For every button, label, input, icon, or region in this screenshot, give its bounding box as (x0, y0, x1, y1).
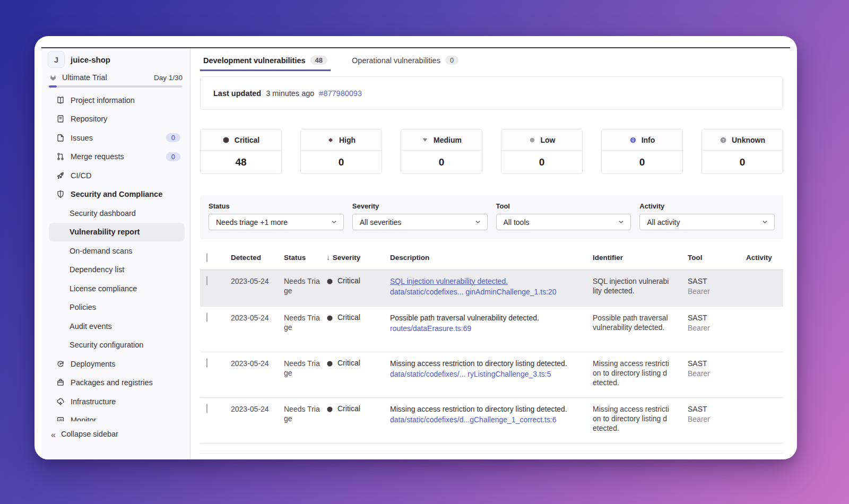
row-severity: Critical (320, 313, 384, 321)
severity-card-count: 48 (201, 151, 281, 173)
trial-day: Day 1/30 (154, 74, 183, 82)
sidebar-item-security-configuration[interactable]: Security configuration (49, 336, 185, 355)
severity-card-unknown: ? Unknown 0 (701, 129, 783, 174)
filters-bar: Status Needs triage +1 more Severity All… (200, 195, 783, 239)
vulnerability-location-link[interactable]: data/static/codefixes/d...gChallenge_1_c… (390, 415, 573, 424)
row-identifier: Possible path traversal vulnerability de… (586, 313, 681, 332)
sidebar-item-policies[interactable]: Policies (49, 298, 185, 317)
sidebar-item-issues[interactable]: Issues 0 (49, 128, 185, 147)
severity-card-critical: Critical 48 (200, 129, 282, 174)
row-checkbox[interactable] (206, 312, 207, 322)
vulnerability-location-link[interactable]: data/static/codefixes/... ryListingChall… (390, 369, 573, 379)
table-row[interactable]: 2023-05-24 Needs Triage Critical Possibl… (200, 307, 783, 352)
severity-card-medium: Medium 0 (401, 129, 482, 174)
sidebar-item-audit-events[interactable]: Audit events (49, 317, 185, 336)
main-content: Development vulnerabilities 48 Operation… (190, 48, 790, 459)
severity-critical-icon (222, 136, 230, 144)
tab-count-badge: 48 (310, 56, 327, 65)
vulnerability-location-link[interactable]: data/static/codefixes... ginAdminChallen… (390, 287, 573, 297)
vulnerability-title-link[interactable]: SQL injection vulnerability detected. (390, 276, 573, 286)
tab-label: Development vulnerabilities (203, 56, 306, 65)
sidebar-item-security-and-compliance[interactable]: Security and Compliance (49, 185, 185, 204)
vulnerability-title[interactable]: Possible path traversal vulnerability de… (390, 313, 573, 323)
severity-card-count: 0 (301, 151, 382, 173)
severity-card-count: 0 (501, 151, 582, 173)
column-header-detected[interactable]: Detected (224, 254, 278, 262)
severity-filter-dropdown[interactable]: All severities (352, 214, 488, 230)
status-filter-dropdown[interactable]: Needs triage +1 more (209, 214, 344, 230)
sidebar-item-label: Packages and registries (71, 378, 153, 387)
sidebar-item-security-dashboard[interactable]: Security dashboard (49, 204, 185, 223)
column-header-status[interactable]: Status (278, 254, 320, 262)
sidebar: J juice-shop Ultimate Trial Day 1/30 Pro (41, 48, 190, 459)
row-detected: 2023-05-24 (224, 404, 269, 414)
sidebar-item-merge-requests[interactable]: Merge requests 0 (49, 147, 185, 167)
severity-card-count: 0 (602, 151, 682, 173)
tab-development-vulnerabilities[interactable]: Development vulnerabilities 48 (200, 51, 331, 71)
row-tool: SAST Bearer (681, 276, 740, 297)
filter-status: Status Needs triage +1 more (209, 202, 344, 230)
pipeline-link[interactable]: #877980093 (319, 89, 362, 98)
severity-card-label: Low (541, 136, 556, 144)
collapse-sidebar-button[interactable]: « Collapse sidebar (41, 421, 190, 459)
row-checkbox[interactable] (206, 276, 207, 285)
table-row[interactable]: 2023-05-24 Needs Triage Critical SQL inj… (200, 270, 783, 307)
trial-status[interactable]: Ultimate Trial Day 1/30 (49, 72, 183, 83)
tab-operational-vulnerabilities[interactable]: Operational vulnerabilities 0 (349, 51, 462, 71)
row-checkbox[interactable] (206, 404, 207, 413)
severity-filter-value: All severities (360, 218, 402, 227)
project-name: juice-shop (71, 55, 110, 64)
severity-info-icon (629, 136, 637, 144)
collapse-chevrons-icon: « (51, 430, 56, 440)
sidebar-item-project-information[interactable]: Project information (49, 91, 185, 110)
column-header-identifier[interactable]: Identifier (586, 254, 681, 262)
trial-progress-bar (49, 85, 183, 88)
tab-label: Operational vulnerabilities (352, 56, 440, 65)
row-tool: SAST Bearer (681, 313, 740, 333)
table-row[interactable]: 2023-05-24 Needs Triage Critical Missing… (200, 352, 783, 398)
row-description: Missing access restriction to directory … (384, 404, 586, 424)
vulnerability-location-link[interactable]: routes/dataErasure.ts:69 (390, 324, 573, 333)
status-filter-value: Needs triage +1 more (216, 218, 288, 227)
severity-card-info: Info 0 (601, 129, 683, 174)
activity-filter-dropdown[interactable]: All activity (639, 214, 775, 230)
sidebar-item-license-compliance[interactable]: License compliance (49, 279, 185, 298)
sidebar-item-on-demand-scans[interactable]: On-demand scans (49, 241, 185, 260)
vulnerability-title[interactable]: Missing access restriction to directory … (390, 359, 573, 368)
table-header: Detected Status ↓ Severity Description I… (200, 246, 783, 270)
severity-card-label: Info (642, 136, 655, 144)
severity-critical-icon (326, 406, 333, 413)
sidebar-item-ci-cd[interactable]: CI/CD (49, 166, 185, 185)
sidebar-item-label: Audit events (70, 322, 112, 331)
merge-requests-icon (56, 152, 65, 161)
sidebar-item-repository[interactable]: Repository (49, 110, 185, 129)
column-header-tool[interactable]: Tool (681, 254, 740, 262)
sidebar-item-label: Infrastructure (71, 397, 116, 406)
severity-high-icon (327, 136, 334, 144)
row-detected: 2023-05-24 (224, 276, 269, 286)
select-all-checkbox[interactable] (206, 253, 207, 262)
vulnerability-title[interactable]: Missing access restriction to directory … (390, 404, 573, 414)
app-layout: J juice-shop Ultimate Trial Day 1/30 Pro (41, 48, 790, 459)
sidebar-item-infrastructure[interactable]: Infrastructure (49, 392, 185, 411)
sidebar-item-label: Dependency list (70, 265, 124, 274)
tool-filter-value: All tools (504, 218, 530, 227)
sidebar-item-vulnerability-report[interactable]: Vulnerability report (49, 223, 185, 242)
column-header-activity[interactable]: Activity (740, 254, 783, 262)
row-identifier: Missing access restriction to directory … (586, 359, 681, 388)
column-header-description[interactable]: Description (384, 254, 586, 262)
collapse-sidebar-label: Collapse sidebar (61, 430, 118, 438)
package-icon (56, 378, 65, 387)
rocket-icon (56, 171, 65, 180)
row-status: Needs Triage (278, 359, 322, 378)
table-row[interactable]: 2023-05-24 Needs Triage Critical Missing… (200, 398, 783, 444)
row-checkbox[interactable] (206, 358, 207, 368)
browser-window: J juice-shop Ultimate Trial Day 1/30 Pro (34, 36, 797, 459)
column-header-severity[interactable]: ↓ Severity (320, 254, 384, 262)
sidebar-item-packages-and-registries[interactable]: Packages and registries (49, 373, 185, 393)
project-switcher[interactable]: J juice-shop (48, 50, 184, 68)
sidebar-item-dependency-list[interactable]: Dependency list (49, 260, 185, 280)
sidebar-item-deployments[interactable]: Deployments (49, 354, 185, 373)
severity-card-high: High 0 (300, 129, 382, 174)
tool-filter-dropdown[interactable]: All tools (496, 214, 631, 230)
